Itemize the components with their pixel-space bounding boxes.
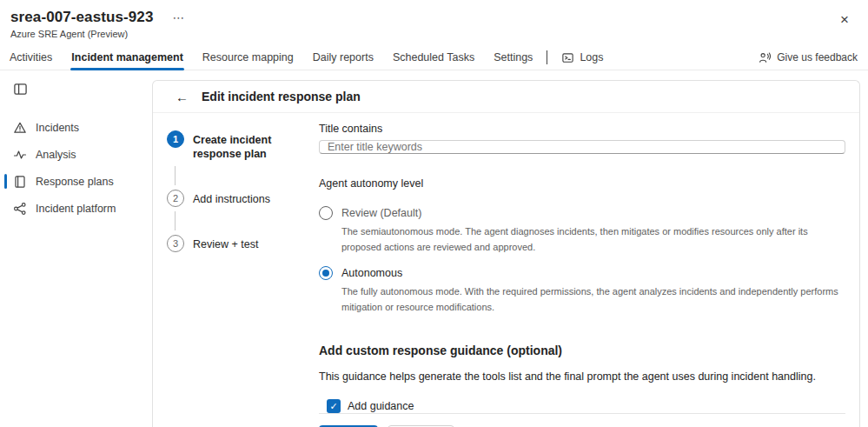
panel-title: Edit incident response plan (202, 90, 361, 103)
checkbox-checked-icon[interactable]: ✓ (327, 399, 341, 413)
sidebar-item-incident-platform[interactable]: Incident platform (0, 195, 152, 222)
tab-logs-label: Logs (580, 51, 603, 63)
tab-daily-reports[interactable]: Daily reports (303, 45, 383, 70)
tab-bar: Activities Incident management Resource … (0, 45, 868, 70)
title-contains-label: Title contains (319, 123, 845, 135)
sidebar-item-label: Response plans (36, 176, 114, 188)
radio-selected-icon[interactable] (319, 266, 333, 280)
radio-option-label: Review (Default) (341, 207, 421, 219)
step-label: Create incident response plan (193, 130, 310, 162)
sidebar-item-analysis[interactable]: Analysis (0, 141, 152, 168)
app-header: srea-007-eastus-923 ⋯ Azure SRE Agent (P… (0, 0, 868, 45)
autonomy-radio-group: Review (Default) The semiautonomous mode… (319, 206, 845, 326)
add-guidance-option[interactable]: ✓ Add guidance (327, 399, 845, 413)
radio-unselected-icon[interactable] (319, 206, 333, 220)
page-title: srea-007-eastus-923 (10, 9, 153, 26)
tab-incident-management[interactable]: Incident management (62, 45, 193, 70)
back-arrow-icon[interactable]: ← (176, 90, 189, 103)
tab-resource-mapping[interactable]: Resource mapping (193, 45, 303, 70)
sidebar-item-incidents[interactable]: Incidents (0, 114, 152, 141)
warning-icon (13, 121, 27, 135)
tab-settings[interactable]: Settings (484, 45, 542, 70)
tab-divider (547, 50, 547, 64)
step-create-plan[interactable]: 1 Create incident response plan (167, 130, 319, 162)
feedback-button[interactable]: Give us feedback (755, 45, 861, 70)
close-icon[interactable]: × (837, 10, 852, 29)
step-add-instructions[interactable]: 2 Add instructions (167, 190, 319, 207)
tab-scheduled-tasks[interactable]: Scheduled Tasks (383, 45, 484, 70)
edit-plan-panel: ← Edit incident response plan 1 Create i… (152, 80, 860, 427)
tab-logs[interactable]: Logs (552, 45, 613, 70)
step-label: Review + test (193, 235, 310, 252)
feedback-label: Give us feedback (777, 51, 858, 63)
radio-option-review[interactable]: Review (Default) The semiautonomous mode… (319, 206, 845, 255)
page-subtitle: Azure SRE Agent (Preview) (10, 29, 854, 39)
panel-header: ← Edit incident response plan (153, 81, 859, 113)
step-label: Add instructions (193, 190, 310, 207)
sidebar-item-label: Incident platform (36, 203, 116, 215)
logs-icon (561, 51, 574, 64)
form-footer: Next Cancel (319, 413, 845, 427)
radio-option-description: The fully autonomous mode. With the requ… (341, 284, 845, 315)
step-number: 1 (167, 130, 184, 148)
step-connector (175, 166, 176, 185)
sidebar-item-label: Incidents (36, 122, 79, 134)
share-nodes-icon (13, 202, 27, 216)
step-review-test[interactable]: 3 Review + test (167, 235, 319, 252)
step-connector (175, 211, 176, 230)
guidance-heading: Add custom response guidance (optional) (319, 344, 845, 357)
content-area: Incidents Analysis Response plans (0, 71, 868, 427)
panel-toggle-icon (13, 82, 30, 97)
feedback-icon (759, 51, 772, 64)
sidebar-toggle-button[interactable] (13, 82, 30, 97)
radio-option-description: The semiautonomous mode. The agent diagn… (341, 224, 845, 255)
tab-activities[interactable]: Activities (0, 45, 62, 70)
guidance-description: This guidance helps generate the tools l… (319, 370, 845, 383)
title-contains-input[interactable] (319, 140, 845, 154)
sidebar: Incidents Analysis Response plans (0, 71, 152, 427)
autonomy-level-label: Agent autonomy level (319, 177, 845, 190)
plan-form: Title contains Agent autonomy level Revi… (319, 120, 845, 427)
radio-option-autonomous[interactable]: Autonomous The fully autonomous mode. Wi… (319, 266, 845, 315)
step-number: 3 (167, 235, 184, 252)
add-guidance-label: Add guidance (348, 400, 414, 412)
step-number: 2 (167, 190, 184, 207)
radio-option-label: Autonomous (341, 267, 402, 279)
more-icon[interactable]: ⋯ (169, 10, 188, 25)
sidebar-item-response-plans[interactable]: Response plans (0, 168, 152, 195)
sidebar-item-label: Analysis (36, 149, 76, 161)
analysis-icon (13, 148, 27, 162)
wizard-steps: 1 Create incident response plan 2 Add in… (167, 120, 319, 427)
book-icon (13, 175, 27, 189)
